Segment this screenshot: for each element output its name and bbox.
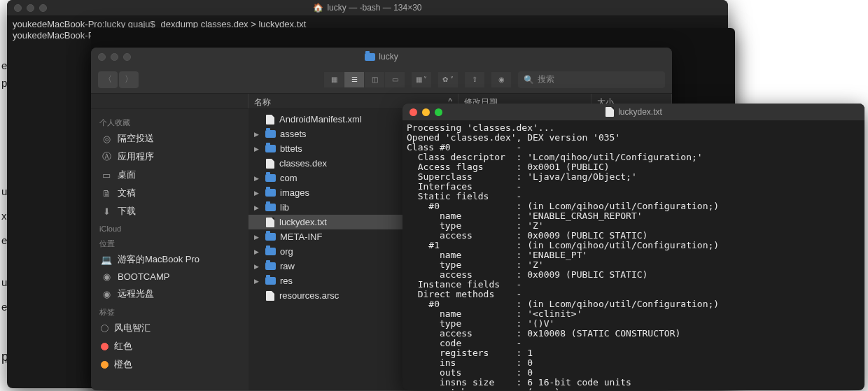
file-icon	[266, 159, 274, 169]
disk-icon: ◉	[101, 271, 112, 282]
finder-sidebar: 个人收藏 ◎隔空投送 Ⓐ应用程序 ▭桌面 🗎文稿 ⬇下载 iCloud 位置 💻…	[91, 109, 248, 390]
file-name: com	[280, 173, 298, 183]
textedit-window: luckydex.txt Processing 'classes.dex'...…	[402, 104, 864, 390]
folder-icon	[365, 53, 375, 61]
view-column-button[interactable]: ◫	[365, 72, 384, 87]
tag-dot-icon	[101, 361, 108, 369]
file-name: AndroidManifest.xml	[279, 114, 362, 125]
tag-dot-icon	[101, 325, 108, 332]
file-name: assets	[280, 129, 307, 139]
view-gallery-button[interactable]: ▭	[385, 72, 405, 87]
sidebar-item-documents[interactable]: 🗎文稿	[91, 184, 248, 202]
file-icon	[606, 107, 614, 117]
finder-title: lucky	[379, 52, 398, 62]
folder-icon	[265, 277, 276, 285]
disclosure-icon[interactable]: ▶	[254, 175, 261, 182]
sidebar-item-macbook[interactable]: 💻游客的MacBook Pro	[91, 250, 248, 269]
file-name: luckydex.txt	[279, 217, 327, 227]
file-name: bttets	[280, 143, 302, 154]
tag-dot-icon	[101, 343, 108, 350]
disclosure-icon[interactable]: ▶	[254, 278, 261, 285]
sidebar-heading-icloud: iCloud	[91, 220, 248, 234]
file-icon	[266, 218, 274, 227]
disclosure-icon[interactable]: ▶	[254, 234, 261, 241]
disclosure-icon[interactable]: ▶	[254, 263, 261, 270]
disclosure-icon[interactable]: ▶	[254, 131, 261, 138]
back-button[interactable]: 〈	[98, 71, 118, 88]
arrange-button[interactable]: ▦ ˅	[412, 72, 431, 87]
file-name: raw	[280, 261, 295, 271]
disclosure-icon[interactable]: ▶	[254, 204, 261, 211]
sidebar-item-bootcamp[interactable]: ◉BOOTCAMP	[91, 269, 248, 285]
sidebar-heading-locations: 位置	[91, 234, 248, 250]
disclosure-icon[interactable]: ▶	[254, 190, 261, 197]
view-mode-group: ▦ ☰ ◫ ▭	[324, 72, 405, 87]
sidebar-item-tag-orange[interactable]: 橙色	[91, 355, 248, 374]
folder-icon	[265, 189, 276, 197]
tag-button[interactable]: ◉	[491, 72, 511, 87]
share-button[interactable]: ⇧	[465, 72, 484, 87]
folder-icon	[265, 145, 276, 152]
sidebar-item-airdrop[interactable]: ◎隔空投送	[91, 129, 248, 148]
sidebar-item-tag-wind[interactable]: 风电智汇	[91, 319, 248, 337]
sidebar-item-tag-red[interactable]: 红色	[91, 337, 248, 355]
folder-icon	[265, 248, 276, 255]
file-name: META-INF	[280, 232, 322, 242]
file-name: res	[280, 276, 293, 286]
folder-icon	[265, 174, 276, 182]
file-name: resources.arsc	[279, 290, 339, 301]
action-button[interactable]: ✿ ˅	[438, 72, 458, 87]
textedit-titlebar[interactable]: luckydex.txt	[402, 104, 864, 120]
sidebar-item-apps[interactable]: Ⓐ应用程序	[91, 148, 248, 166]
view-icon-button[interactable]: ▦	[324, 72, 344, 87]
disclosure-icon[interactable]: ▶	[254, 145, 261, 152]
bg-text: x	[1, 210, 7, 222]
file-name: org	[280, 246, 293, 257]
forward-button[interactable]: 〉	[119, 71, 139, 88]
disclosure-icon[interactable]: ▶	[254, 248, 261, 255]
desktop-icon: ▭	[101, 170, 112, 180]
file-name: lib	[280, 202, 289, 213]
folder-icon	[265, 262, 276, 270]
terminal-titlebar[interactable]: 🏠lucky — -bash — 134×30	[7, 0, 728, 15]
sidebar-item-desktop[interactable]: ▭桌面	[91, 166, 248, 184]
textedit-body[interactable]: Processing 'classes.dex'... Opened 'clas…	[402, 120, 864, 390]
folder-icon: 🏠	[313, 3, 323, 13]
finder-toolbar: 〈 〉 ▦ ☰ ◫ ▭ ▦ ˅ ✿ ˅ ⇧ ◉ 🔍搜索	[91, 66, 672, 94]
search-placeholder: 搜索	[538, 73, 554, 85]
folder-icon	[265, 233, 276, 241]
laptop-icon: 💻	[101, 255, 112, 265]
terminal-title: lucky — -bash — 134×30	[327, 3, 421, 13]
sidebar-item-downloads[interactable]: ⬇下载	[91, 202, 248, 220]
sidebar-item-remote-disc[interactable]: ◉远程光盘	[91, 285, 248, 303]
file-name: classes.dex	[279, 158, 327, 169]
downloads-icon: ⬇	[101, 206, 112, 217]
folder-icon	[265, 204, 276, 211]
airdrop-icon: ◎	[101, 134, 112, 144]
disc-icon: ◉	[101, 289, 112, 299]
finder-titlebar[interactable]: lucky	[91, 48, 672, 66]
sidebar-heading-favorites: 个人收藏	[91, 113, 248, 129]
file-icon	[266, 115, 274, 125]
file-icon	[266, 291, 274, 301]
documents-icon: 🗎	[101, 188, 112, 199]
view-list-button[interactable]: ☰	[344, 72, 364, 87]
textedit-title: luckydex.txt	[618, 107, 662, 117]
folder-icon	[265, 130, 276, 138]
sidebar-heading-tags: 标签	[91, 303, 248, 319]
file-name: images	[280, 187, 309, 198]
search-icon: 🔍	[524, 75, 534, 85]
apps-icon: Ⓐ	[101, 150, 112, 163]
search-input[interactable]: 🔍搜索	[518, 71, 665, 88]
